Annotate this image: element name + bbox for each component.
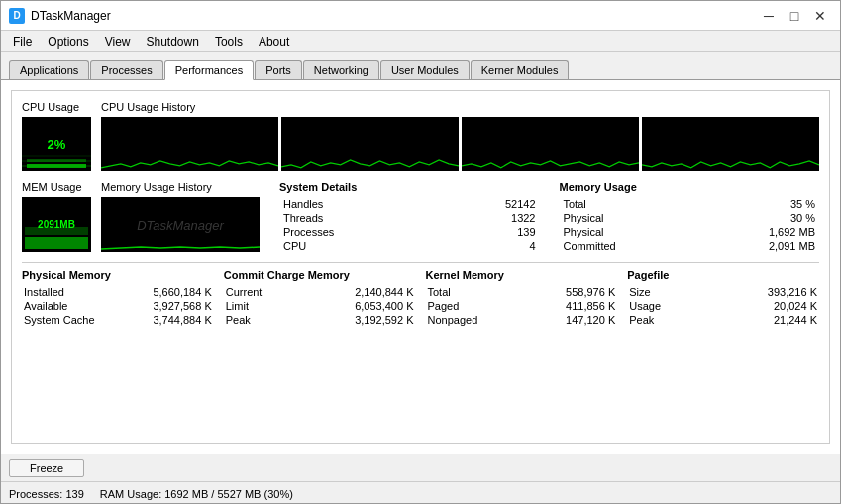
mem-history-section: Memory Usage History DTaskManager	[101, 181, 260, 252]
table-row: Paged411,856 K	[426, 299, 618, 313]
menu-options[interactable]: Options	[40, 33, 96, 50]
system-details: System Details Handles52142 Threads1322 …	[279, 181, 540, 252]
table-row: Committed2,091 MB	[560, 239, 820, 252]
menu-view[interactable]: View	[97, 33, 139, 50]
cpu-history-label: CPU Usage History	[101, 101, 819, 113]
kernel-memory-label: Kernel Memory	[426, 269, 618, 281]
memory-usage-panel: Memory Usage Total35 % Physical30 % Phys…	[560, 181, 820, 252]
menu-tools[interactable]: Tools	[207, 33, 251, 50]
mem-row: MEM Usage 2091MB Memory Usage History	[22, 181, 819, 252]
physical-memory-group: Physical Memory Installed5,660,184 K Ava…	[22, 269, 214, 327]
kernel-memory-group: Kernel Memory Total558,976 K Paged411,85…	[426, 269, 618, 327]
freeze-button[interactable]: Freeze	[9, 459, 84, 477]
system-details-label: System Details	[279, 181, 540, 193]
pagefile-label: Pagefile	[627, 269, 819, 281]
table-row: Peak21,244 K	[627, 313, 819, 327]
table-row: Usage20,024 K	[627, 299, 819, 313]
mem-gauge-value: 2091MB	[38, 219, 75, 230]
bottom-stats: Physical Memory Installed5,660,184 K Ava…	[22, 269, 819, 327]
cpu-row: CPU Usage 2% CPU Usage His	[22, 101, 819, 171]
table-row: Limit6,053,400 K	[224, 299, 416, 313]
table-row: Physical1,692 MB	[560, 225, 820, 239]
menu-about[interactable]: About	[251, 33, 297, 50]
close-button[interactable]: ✕	[808, 6, 832, 26]
mem-usage-section: MEM Usage 2091MB	[22, 181, 91, 252]
maximize-button[interactable]: □	[783, 6, 806, 26]
tab-bar: Applications Processes Performances Port…	[1, 52, 840, 80]
table-row: Current2,140,844 K	[224, 285, 416, 299]
commit-charge-label: Commit Charge Memory	[224, 269, 416, 281]
tab-ports[interactable]: Ports	[255, 60, 302, 79]
menu-bar: File Options View Shutdown Tools About	[1, 31, 840, 52]
minimize-button[interactable]: ─	[757, 6, 781, 26]
svg-rect-7	[281, 117, 459, 171]
table-row: Processes139	[279, 225, 540, 239]
cpu-gauge: 2%	[22, 117, 91, 171]
table-row: Physical30 %	[560, 211, 820, 225]
tab-user-modules[interactable]: User Modules	[380, 60, 470, 79]
divider	[22, 262, 819, 263]
cpu-history-graph-3	[462, 117, 639, 171]
table-row: Total35 %	[560, 197, 820, 211]
menu-file[interactable]: File	[5, 33, 40, 50]
cpu-gauge-value: 2%	[48, 137, 66, 151]
table-row: Available3,927,568 K	[22, 299, 214, 313]
table-row: Size393,216 K	[627, 285, 819, 299]
cpu-history-section: CPU Usage History	[101, 101, 819, 171]
svg-rect-9	[642, 117, 819, 171]
mem-usage-label: MEM Usage	[22, 181, 82, 193]
table-row: Peak3,192,592 K	[224, 313, 416, 327]
table-row: Nonpaged147,120 K	[426, 313, 618, 327]
tab-processes[interactable]: Processes	[90, 60, 162, 79]
table-row: Installed5,660,184 K	[22, 285, 214, 299]
physical-memory-label: Physical Memory	[22, 269, 214, 281]
mem-history-graph: DTaskManager	[101, 197, 260, 252]
processes-status: Processes: 139	[9, 488, 84, 500]
svg-rect-12	[25, 237, 88, 249]
menu-shutdown[interactable]: Shutdown	[139, 33, 207, 50]
cpu-usage-section: CPU Usage 2%	[22, 101, 91, 171]
title-bar: D DTaskManager ─ □ ✕	[1, 1, 840, 31]
table-row: Handles52142	[279, 197, 540, 211]
mem-history-label: Memory Usage History	[101, 181, 260, 193]
window-controls: ─ □ ✕	[757, 6, 832, 26]
table-row: System Cache3,744,884 K	[22, 313, 214, 327]
footer-bar: Freeze	[1, 454, 840, 481]
cpu-history-graph-1	[101, 117, 278, 171]
cpu-usage-label: CPU Usage	[22, 101, 79, 113]
svg-rect-8	[462, 117, 639, 171]
table-row: Threads1322	[279, 211, 540, 225]
pagefile-group: Pagefile Size393,216 K Usage20,024 K Pea…	[627, 269, 819, 327]
mem-gauge: 2091MB	[22, 197, 91, 252]
tab-performances[interactable]: Performances	[164, 60, 254, 80]
tab-applications[interactable]: Applications	[9, 60, 89, 79]
table-row: CPU4	[279, 239, 540, 252]
app-icon: D	[9, 8, 25, 24]
main-content: CPU Usage 2% CPU Usage His	[1, 80, 840, 454]
tab-kerner-modules[interactable]: Kerner Modules	[471, 60, 570, 79]
ram-status: RAM Usage: 1692 MB / 5527 MB (30%)	[100, 488, 293, 500]
perf-panel: CPU Usage 2% CPU Usage His	[11, 90, 830, 444]
cpu-history-graph-4	[642, 117, 819, 171]
svg-rect-5	[27, 159, 86, 162]
cpu-history-graph-2	[281, 117, 459, 171]
commit-charge-group: Commit Charge Memory Current2,140,844 K …	[224, 269, 416, 327]
memory-usage-label: Memory Usage	[560, 181, 820, 193]
status-bar: Processes: 139 RAM Usage: 1692 MB / 5527…	[1, 481, 840, 504]
window-title: DTaskManager	[31, 9, 757, 23]
svg-rect-4	[27, 164, 86, 168]
graph-watermark: DTaskManager	[137, 217, 224, 232]
table-row: Total558,976 K	[426, 285, 618, 299]
tab-networking[interactable]: Networking	[303, 60, 379, 79]
